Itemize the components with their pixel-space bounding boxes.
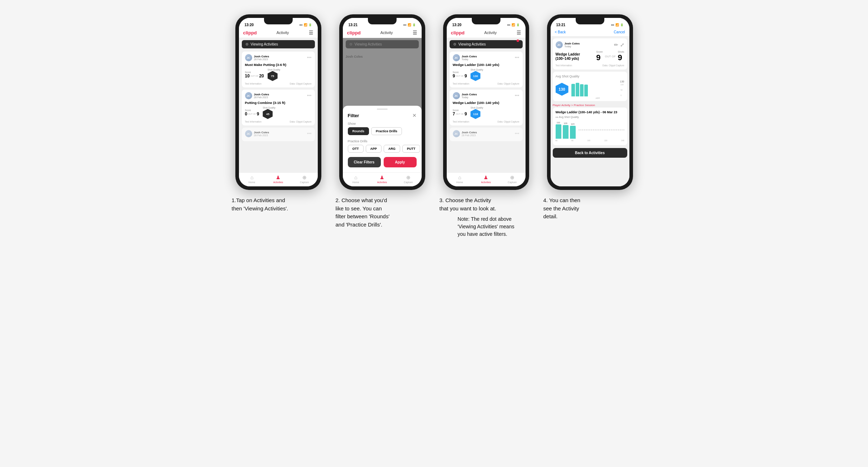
- avg-line: [579, 130, 624, 130]
- close-filter-btn[interactable]: ✕: [412, 113, 417, 118]
- bar-4-1: [571, 84, 575, 96]
- card-header-1-3: JC Josh Coles 28 Feb 2023 •••: [245, 130, 312, 137]
- nav-home-2[interactable]: ⌂ Home: [343, 175, 369, 184]
- player-activity-label: Player Activity > Practice Session: [553, 104, 627, 107]
- nav-capture-1[interactable]: ⊕ Capture: [291, 175, 317, 184]
- user-name-3-3: Josh Coles: [462, 131, 477, 134]
- activity-card-1-3[interactable]: JC Josh Coles 28 Feb 2023 •••: [242, 128, 315, 141]
- score-label-1-2: Score: [245, 109, 259, 111]
- dots-menu-1-3[interactable]: •••: [307, 131, 312, 136]
- rounds-filter-btn[interactable]: Rounds: [348, 127, 369, 135]
- shots-val-3-2: 9: [465, 111, 467, 116]
- s-bar-2: [563, 125, 569, 139]
- test-info-3-2: Test Information: [453, 120, 469, 123]
- detail-content-4: JC Josh Coles Today ✏ ⤢: [551, 37, 629, 186]
- dots-menu-1-2[interactable]: •••: [307, 93, 312, 98]
- outof-3-1: OUT OF: [456, 75, 464, 77]
- caption-4: 4. You can thensee the Activitydetail.: [543, 196, 637, 221]
- status-icons-2: ▪▪▪ 📶 🔋: [403, 23, 416, 27]
- status-time-3: 13:20: [452, 23, 462, 27]
- phone-notch-2: [368, 18, 397, 24]
- avatar-3-3: JC: [453, 130, 460, 137]
- score-val-3-2: 7: [453, 111, 455, 116]
- back-to-activities-btn[interactable]: Back to Activities: [553, 148, 627, 158]
- bottom-nav-1: ⌂ Home ♟ Activities ⊕ Capture: [239, 172, 318, 186]
- viewing-bar-icon-1: ⚙: [245, 42, 249, 46]
- menu-icon-3[interactable]: ☰: [517, 30, 521, 35]
- sq-label-1-1: Shot Quality: [268, 68, 280, 71]
- activity-card-1-2[interactable]: JC Josh Coles 28 Feb 2023 ••• Putting Co…: [242, 90, 315, 125]
- capture-label-1: Capture: [300, 181, 309, 184]
- app-nav-3: clippd Activity ☰: [447, 28, 526, 38]
- cancel-btn-4[interactable]: Cancel: [614, 30, 625, 34]
- avg-shot-card: Avg Shot Quality 130 130 100 5: [553, 72, 627, 101]
- wifi-icon-2: 📶: [408, 23, 411, 27]
- battery-icon-2: 🔋: [412, 23, 416, 27]
- activity-card-3-1[interactable]: JC Josh Coles Today ••• Wedge Ladder (10…: [450, 52, 523, 87]
- dots-menu-3-1[interactable]: •••: [515, 55, 519, 60]
- card-title-3-1: Wedge Ladder (100–140 yds): [453, 63, 519, 67]
- menu-icon-1[interactable]: ☰: [309, 30, 313, 35]
- user-date-3-3: 28 Feb 2023: [462, 134, 477, 137]
- menu-icon-2[interactable]: ☰: [413, 30, 417, 35]
- capture-icon-2: ⊕: [406, 175, 411, 180]
- nav-activities-2[interactable]: ♟ Activities: [369, 175, 395, 184]
- detail-test-info: Test Information: [556, 64, 572, 67]
- status-time-4: 13:21: [556, 23, 566, 27]
- card-header-1-1: JC Josh Coles 28 Feb 2023 •••: [245, 54, 312, 61]
- capture-icon-3: ⊕: [510, 175, 514, 180]
- user-info-3-1: JC Josh Coles Today: [453, 54, 477, 61]
- clear-filters-btn[interactable]: Clear Filters: [348, 157, 381, 167]
- viewing-bar-3[interactable]: ⚙ Viewing Activities: [450, 40, 523, 48]
- nav-title-1: Activity: [277, 30, 289, 35]
- phone-2: 13:21 ▪▪▪ 📶 🔋 clippd Activity ☰ ⚙: [339, 14, 425, 190]
- dots-menu-3-3[interactable]: •••: [515, 131, 519, 136]
- status-icons-1: ▪▪▪ 📶 🔋: [299, 23, 312, 27]
- home-label-3: Home: [456, 181, 463, 184]
- card-footer-3-2: Test Information Data: Clippd Capture: [453, 120, 519, 123]
- session-subtitle: ••• Avg Shot Quality: [556, 115, 624, 119]
- dots-menu-1-1[interactable]: •••: [307, 55, 312, 60]
- avg-title: Avg Shot Quality: [556, 75, 624, 78]
- expand-icon-4[interactable]: ⤢: [620, 42, 624, 48]
- activity-card-1-1[interactable]: JC Josh Coles 28 Feb 2023 ••• Must Make …: [242, 52, 315, 87]
- practice-drills-filter-btn[interactable]: Practice Drills: [371, 127, 402, 135]
- home-icon-2: ⌂: [354, 175, 357, 180]
- nav-home-3[interactable]: ⌂ Home: [447, 175, 473, 184]
- dots-menu-3-2[interactable]: •••: [515, 93, 519, 98]
- card-title-1-2: Putting Combine (3-15 ft): [245, 101, 312, 105]
- nav-activities-3[interactable]: ♟ Activities: [473, 175, 499, 184]
- activities-icon-2: ♟: [380, 175, 384, 180]
- show-label: Show: [348, 122, 417, 125]
- user-date-3-1: Today: [462, 58, 477, 61]
- score-val-1-1: 10: [245, 73, 250, 78]
- detail-shots-label: Shots: [618, 51, 624, 53]
- nav-capture-2[interactable]: ⊕ Capture: [395, 175, 421, 184]
- activity-card-3-2[interactable]: JC Josh Coles Today ••• Wedge Ladder (10…: [450, 90, 523, 125]
- card-header-3-3: JC Josh Coles 28 Feb 2023 •••: [453, 130, 519, 137]
- y-0: 0: [620, 94, 623, 96]
- score-val-1-2: 0: [245, 111, 248, 116]
- back-btn-4[interactable]: < Back: [555, 30, 566, 34]
- status-time-1: 13:20: [245, 23, 254, 27]
- nav-capture-3[interactable]: ⊕ Capture: [499, 175, 525, 184]
- ott-btn[interactable]: OTT: [348, 145, 364, 153]
- nav-home-1[interactable]: ⌂ Home: [239, 175, 265, 184]
- apply-filter-btn[interactable]: Apply: [384, 157, 417, 167]
- user-name-3-2: Josh Coles: [462, 93, 477, 96]
- app-nav-1: clippd Activity ☰: [239, 28, 318, 38]
- activity-card-3-3[interactable]: JC Josh Coles 28 Feb 2023 •••: [450, 128, 523, 141]
- chart-app-label: APP: [571, 97, 624, 99]
- sq-label-3-1: Shot Quality: [470, 68, 483, 71]
- nav-activities-1[interactable]: ♟ Activities: [265, 175, 291, 184]
- shots-val-3-1: 9: [465, 73, 467, 78]
- home-icon-1: ⌂: [250, 175, 253, 180]
- arg-btn[interactable]: ARG: [384, 145, 400, 153]
- battery-icon-3: 🔋: [516, 23, 520, 27]
- viewing-bar-1[interactable]: ⚙ Viewing Activities: [242, 40, 315, 48]
- edit-icon-4[interactable]: ✏: [614, 42, 618, 48]
- test-info-1-2: Test Information: [245, 120, 262, 123]
- putt-btn[interactable]: PUTT: [402, 145, 420, 153]
- user-date-1-3: 28 Feb 2023: [254, 134, 269, 137]
- app-btn[interactable]: APP: [366, 145, 382, 153]
